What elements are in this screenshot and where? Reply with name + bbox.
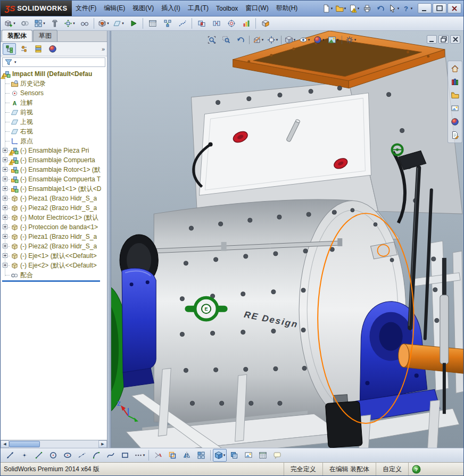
instant-3d-button[interactable] xyxy=(258,17,272,30)
tree-item[interactable]: (-) Pieza1 (Brazo Hidr_S_a xyxy=(2,194,107,203)
tree-item-root[interactable]: Impact Mill (Default<Defau xyxy=(2,69,107,79)
expand-plus-icon[interactable] xyxy=(3,234,7,239)
tree-item[interactable]: (-) Eje<1> (默认<<Default> xyxy=(2,251,107,261)
reference-geometry-button[interactable]: ▾ xyxy=(111,17,126,30)
insert-components-button[interactable]: ▾ xyxy=(3,17,17,30)
comment-button[interactable] xyxy=(270,449,284,462)
edit-appearance-button[interactable]: ▾ xyxy=(312,34,326,46)
view-orientation-button[interactable]: ▾ xyxy=(266,34,279,46)
tree-item[interactable]: (-) Ensamblaje Pieza Pri xyxy=(2,146,107,155)
scrollbar-thumb[interactable] xyxy=(9,441,40,447)
linear-component-pattern-button[interactable]: ▾ xyxy=(32,17,47,30)
select-button[interactable]: ▾ xyxy=(387,3,400,14)
expand-plus-icon[interactable] xyxy=(3,177,7,181)
view-settings-button[interactable]: ▾ xyxy=(344,34,358,46)
menu-toolbox[interactable]: Toolbox xyxy=(212,3,242,14)
undo-button[interactable] xyxy=(374,3,387,14)
tree-item[interactable]: (-) Ensamblaje Rotor<1> (默 xyxy=(2,165,107,174)
assembly-transparency-button[interactable] xyxy=(227,449,241,462)
more-sketch-tools-button[interactable]: ▾ xyxy=(132,449,146,462)
smart-fasteners-button[interactable] xyxy=(47,17,62,30)
filter-input[interactable] xyxy=(18,59,103,66)
tree-item[interactable]: (-) Motor Electrico<1> (默认 xyxy=(2,213,107,222)
sketch-rectangle-button[interactable] xyxy=(118,449,132,462)
appearances-scenes-button[interactable] xyxy=(449,116,461,128)
expand-plus-icon[interactable] xyxy=(3,263,7,268)
panel-splitter[interactable] xyxy=(107,31,111,448)
configuration-manager-button[interactable] xyxy=(31,43,45,55)
solidworks-resources-button[interactable] xyxy=(449,63,461,74)
close-document-button[interactable] xyxy=(450,35,460,44)
tree-item[interactable]: (-) Ensamblaje1<1> (默认<D xyxy=(2,184,107,194)
tree-item[interactable]: (-) Ensamblaje Compuerta xyxy=(2,155,107,165)
trim-entities-button[interactable] xyxy=(151,449,165,462)
tree-horizontal-scrollbar[interactable]: ◀ ▶ xyxy=(1,440,107,448)
maximize-button[interactable] xyxy=(433,3,446,13)
tree-item[interactable]: 右视 xyxy=(2,127,107,136)
sketch-point-button[interactable] xyxy=(18,449,31,462)
custom-properties-button[interactable] xyxy=(449,129,461,141)
menu-tools[interactable]: 工具(T) xyxy=(184,2,212,14)
save-button[interactable]: ▾ xyxy=(347,3,360,14)
sketch-tab[interactable]: 草图 xyxy=(33,30,57,41)
expand-plus-icon[interactable] xyxy=(3,157,7,162)
tree-item[interactable]: (-) Ensamblaje Compuerta T xyxy=(2,174,107,184)
scroll-left-button[interactable]: ◀ xyxy=(1,440,9,448)
file-explorer-button[interactable] xyxy=(449,89,461,101)
sketch-line-button[interactable] xyxy=(32,449,46,462)
clearance-verification-button[interactable] xyxy=(209,17,223,30)
scrollbar-track[interactable] xyxy=(9,440,98,448)
edit-component-button[interactable]: ▾ xyxy=(213,449,227,462)
interference-detection-button[interactable] xyxy=(194,17,209,30)
explode-line-sketch-button[interactable] xyxy=(175,17,189,30)
expand-plus-icon[interactable] xyxy=(3,224,7,229)
filter-dropdown-icon[interactable]: ▾ xyxy=(14,60,16,64)
tree-item[interactable]: Sensors xyxy=(2,88,107,98)
tree-item[interactable]: (-) Pieza2 (Brazo Hidr_S_a xyxy=(2,241,107,251)
zoom-to-fit-button[interactable] xyxy=(205,34,219,46)
menu-window[interactable]: 窗口(W) xyxy=(242,2,272,14)
menu-edit[interactable]: 编辑(E) xyxy=(100,2,129,14)
overflow-chevron-icon[interactable]: » xyxy=(102,46,105,52)
assembly-features-button[interactable]: ▾ xyxy=(96,17,111,30)
tree-item[interactable]: (-) Proteccion de banda<1> xyxy=(2,222,107,232)
smart-dimension-button[interactable] xyxy=(3,449,17,462)
display-style-button[interactable]: ▾ xyxy=(283,34,297,46)
open-button[interactable]: ▾ xyxy=(334,3,347,14)
render-image-button[interactable] xyxy=(242,449,255,462)
expand-plus-icon[interactable] xyxy=(3,167,7,172)
minimize-document-button[interactable] xyxy=(427,35,437,44)
show-hidden-components-button[interactable] xyxy=(77,17,92,30)
expand-plus-icon[interactable] xyxy=(3,196,7,201)
sketch-circle-button[interactable] xyxy=(46,449,60,462)
sketch-arc-button[interactable] xyxy=(89,449,103,462)
tree-item[interactable]: (-) Pieza1 (Brazo Hidr_S_a xyxy=(2,232,107,241)
bill-of-materials-button[interactable] xyxy=(145,17,160,30)
tree-item[interactable]: 配合 xyxy=(2,270,107,280)
property-manager-button[interactable] xyxy=(17,43,30,55)
sketch-ellipse-button[interactable] xyxy=(61,449,74,462)
menu-help[interactable]: 帮助(H) xyxy=(272,2,302,14)
filter-funnel-icon[interactable] xyxy=(4,58,13,66)
tree-item[interactable]: 前视 xyxy=(2,107,107,117)
tree-item[interactable]: (-) Pieza2 (Brazo Hidr_S_a xyxy=(2,203,107,213)
expand-plus-icon[interactable] xyxy=(3,186,7,191)
hole-alignment-button[interactable] xyxy=(224,17,238,30)
rollback-bar[interactable] xyxy=(2,280,100,282)
exploded-view-button[interactable] xyxy=(160,17,175,30)
move-component-button[interactable]: ▾ xyxy=(62,17,77,30)
display-manager-button[interactable] xyxy=(46,43,59,55)
section-view-button[interactable]: ▾ xyxy=(251,34,265,46)
centerline-button[interactable] xyxy=(75,449,89,462)
restore-document-button[interactable] xyxy=(438,35,449,44)
tree-item[interactable]: 原点 xyxy=(2,136,107,146)
expand-plus-icon[interactable] xyxy=(3,253,7,258)
apply-scene-button[interactable]: ▾ xyxy=(326,34,340,46)
sketch-spline-button[interactable] xyxy=(104,449,118,462)
new-document-button[interactable]: ▾ xyxy=(321,3,334,14)
design-table-button[interactable] xyxy=(256,449,270,462)
expand-plus-icon[interactable] xyxy=(3,148,7,153)
assembly-tab[interactable]: 装配体 xyxy=(2,30,32,41)
menu-insert[interactable]: 插入(I) xyxy=(158,2,184,14)
hide-show-items-button[interactable]: ▾ xyxy=(297,34,311,46)
